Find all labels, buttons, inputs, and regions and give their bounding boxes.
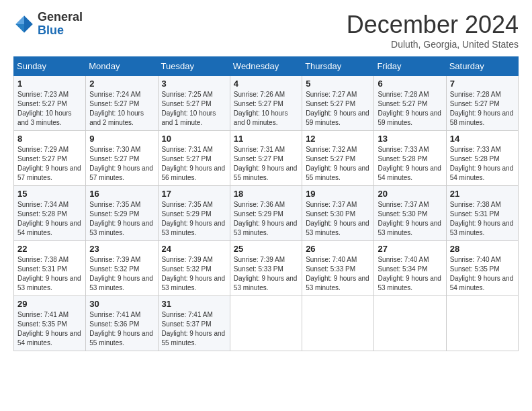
calendar-day: 16Sunrise: 7:35 AMSunset: 5:29 PMDayligh… [86, 186, 158, 241]
calendar-day: 10Sunrise: 7:31 AMSunset: 5:27 PMDayligh… [158, 131, 230, 186]
calendar-day: 7Sunrise: 7:28 AMSunset: 5:27 PMDaylight… [446, 76, 518, 131]
day-info: Sunrise: 7:32 AMSunset: 5:27 PMDaylight:… [306, 145, 370, 183]
day-number: 29 [17, 299, 82, 309]
calendar-day: 22Sunrise: 7:38 AMSunset: 5:31 PMDayligh… [14, 241, 86, 296]
calendar-day: 31Sunrise: 7:41 AMSunset: 5:37 PMDayligh… [158, 296, 230, 351]
calendar-day: 2Sunrise: 7:24 AMSunset: 5:27 PMDaylight… [86, 76, 158, 131]
day-info: Sunrise: 7:31 AMSunset: 5:27 PMDaylight:… [234, 145, 298, 183]
day-info: Sunrise: 7:33 AMSunset: 5:28 PMDaylight:… [450, 145, 515, 183]
calendar-day: 25Sunrise: 7:39 AMSunset: 5:33 PMDayligh… [230, 241, 302, 296]
day-number: 24 [162, 244, 226, 254]
day-number: 14 [450, 134, 515, 144]
calendar-day: 20Sunrise: 7:37 AMSunset: 5:30 PMDayligh… [374, 186, 446, 241]
calendar-day: 27Sunrise: 7:40 AMSunset: 5:34 PMDayligh… [374, 241, 446, 296]
calendar-day: 3Sunrise: 7:25 AMSunset: 5:27 PMDaylight… [158, 76, 230, 131]
empty-day [374, 296, 446, 351]
calendar-table: SundayMondayTuesdayWednesdayThursdayFrid… [13, 56, 519, 351]
day-number: 23 [89, 244, 154, 254]
day-of-week-header: Wednesday [230, 57, 302, 76]
day-number: 7 [450, 79, 515, 89]
day-info: Sunrise: 7:34 AMSunset: 5:28 PMDaylight:… [17, 200, 82, 238]
empty-day [446, 296, 518, 351]
day-info: Sunrise: 7:29 AMSunset: 5:27 PMDaylight:… [17, 145, 82, 183]
calendar-row: 15Sunrise: 7:34 AMSunset: 5:28 PMDayligh… [14, 186, 519, 241]
day-info: Sunrise: 7:27 AMSunset: 5:27 PMDaylight:… [306, 90, 370, 128]
day-of-week-header: Friday [374, 57, 446, 76]
day-number: 4 [234, 79, 298, 89]
calendar-day: 21Sunrise: 7:38 AMSunset: 5:31 PMDayligh… [446, 186, 518, 241]
calendar-day: 11Sunrise: 7:31 AMSunset: 5:27 PMDayligh… [230, 131, 302, 186]
calendar-header-row: SundayMondayTuesdayWednesdayThursdayFrid… [14, 57, 519, 76]
day-number: 9 [89, 134, 154, 144]
calendar-day: 17Sunrise: 7:35 AMSunset: 5:29 PMDayligh… [158, 186, 230, 241]
location: Duluth, Georgia, United States [347, 39, 519, 50]
day-of-week-header: Thursday [302, 57, 374, 76]
day-info: Sunrise: 7:39 AMSunset: 5:32 PMDaylight:… [89, 255, 154, 293]
day-number: 25 [234, 244, 298, 254]
day-info: Sunrise: 7:28 AMSunset: 5:27 PMDaylight:… [378, 90, 442, 128]
day-number: 26 [306, 244, 370, 254]
day-of-week-header: Saturday [446, 57, 518, 76]
calendar-day: 30Sunrise: 7:41 AMSunset: 5:36 PMDayligh… [86, 296, 158, 351]
day-number: 12 [306, 134, 370, 144]
day-info: Sunrise: 7:39 AMSunset: 5:33 PMDaylight:… [234, 255, 298, 293]
calendar-row: 8Sunrise: 7:29 AMSunset: 5:27 PMDaylight… [14, 131, 519, 186]
day-number: 1 [17, 79, 82, 89]
day-info: Sunrise: 7:40 AMSunset: 5:35 PMDaylight:… [450, 255, 515, 293]
calendar-day: 24Sunrise: 7:39 AMSunset: 5:32 PMDayligh… [158, 241, 230, 296]
calendar-day: 5Sunrise: 7:27 AMSunset: 5:27 PMDaylight… [302, 76, 374, 131]
day-info: Sunrise: 7:39 AMSunset: 5:32 PMDaylight:… [162, 255, 226, 293]
logo-icon [13, 13, 35, 35]
day-info: Sunrise: 7:26 AMSunset: 5:27 PMDaylight:… [234, 90, 298, 128]
svg-marker-2 [15, 24, 24, 33]
day-number: 20 [378, 189, 442, 199]
calendar-day: 12Sunrise: 7:32 AMSunset: 5:27 PMDayligh… [302, 131, 374, 186]
logo-blue: Blue [38, 24, 83, 38]
calendar-day: 15Sunrise: 7:34 AMSunset: 5:28 PMDayligh… [14, 186, 86, 241]
day-info: Sunrise: 7:35 AMSunset: 5:29 PMDaylight:… [162, 200, 226, 238]
calendar-day: 29Sunrise: 7:41 AMSunset: 5:35 PMDayligh… [14, 296, 86, 351]
calendar-day: 6Sunrise: 7:28 AMSunset: 5:27 PMDaylight… [374, 76, 446, 131]
header: General Blue December 2024 Duluth, Georg… [13, 11, 519, 50]
calendar-day: 13Sunrise: 7:33 AMSunset: 5:28 PMDayligh… [374, 131, 446, 186]
calendar-day: 1Sunrise: 7:23 AMSunset: 5:27 PMDaylight… [14, 76, 86, 131]
day-number: 10 [162, 134, 226, 144]
calendar-row: 1Sunrise: 7:23 AMSunset: 5:27 PMDaylight… [14, 76, 519, 131]
day-number: 31 [162, 299, 226, 309]
calendar-day: 18Sunrise: 7:36 AMSunset: 5:29 PMDayligh… [230, 186, 302, 241]
day-number: 19 [306, 189, 370, 199]
calendar-day: 23Sunrise: 7:39 AMSunset: 5:32 PMDayligh… [86, 241, 158, 296]
calendar-day: 9Sunrise: 7:30 AMSunset: 5:27 PMDaylight… [86, 131, 158, 186]
day-number: 30 [89, 299, 154, 309]
calendar-row: 29Sunrise: 7:41 AMSunset: 5:35 PMDayligh… [14, 296, 519, 351]
empty-day [302, 296, 374, 351]
day-number: 3 [162, 79, 226, 89]
day-info: Sunrise: 7:30 AMSunset: 5:27 PMDaylight:… [89, 145, 154, 183]
day-info: Sunrise: 7:37 AMSunset: 5:30 PMDaylight:… [306, 200, 370, 238]
day-number: 21 [450, 189, 515, 199]
empty-day [230, 296, 302, 351]
day-info: Sunrise: 7:38 AMSunset: 5:31 PMDaylight:… [450, 200, 515, 238]
day-info: Sunrise: 7:28 AMSunset: 5:27 PMDaylight:… [450, 90, 515, 128]
day-info: Sunrise: 7:40 AMSunset: 5:33 PMDaylight:… [306, 255, 370, 293]
day-number: 16 [89, 189, 154, 199]
day-number: 13 [378, 134, 442, 144]
calendar-row: 22Sunrise: 7:38 AMSunset: 5:31 PMDayligh… [14, 241, 519, 296]
day-info: Sunrise: 7:41 AMSunset: 5:37 PMDaylight:… [162, 310, 226, 348]
day-of-week-header: Monday [86, 57, 158, 76]
day-info: Sunrise: 7:38 AMSunset: 5:31 PMDaylight:… [17, 255, 82, 293]
logo-text: General Blue [38, 11, 83, 38]
day-number: 11 [234, 134, 298, 144]
logo: General Blue [13, 11, 83, 38]
day-info: Sunrise: 7:36 AMSunset: 5:29 PMDaylight:… [234, 200, 298, 238]
calendar-container: General Blue December 2024 Duluth, Georg… [0, 0, 532, 365]
day-number: 2 [89, 79, 154, 89]
calendar-day: 26Sunrise: 7:40 AMSunset: 5:33 PMDayligh… [302, 241, 374, 296]
day-number: 5 [306, 79, 370, 89]
day-number: 15 [17, 189, 82, 199]
svg-marker-0 [24, 15, 33, 33]
day-info: Sunrise: 7:24 AMSunset: 5:27 PMDaylight:… [89, 90, 154, 128]
calendar-day: 19Sunrise: 7:37 AMSunset: 5:30 PMDayligh… [302, 186, 374, 241]
day-number: 6 [378, 79, 442, 89]
calendar-day: 14Sunrise: 7:33 AMSunset: 5:28 PMDayligh… [446, 131, 518, 186]
